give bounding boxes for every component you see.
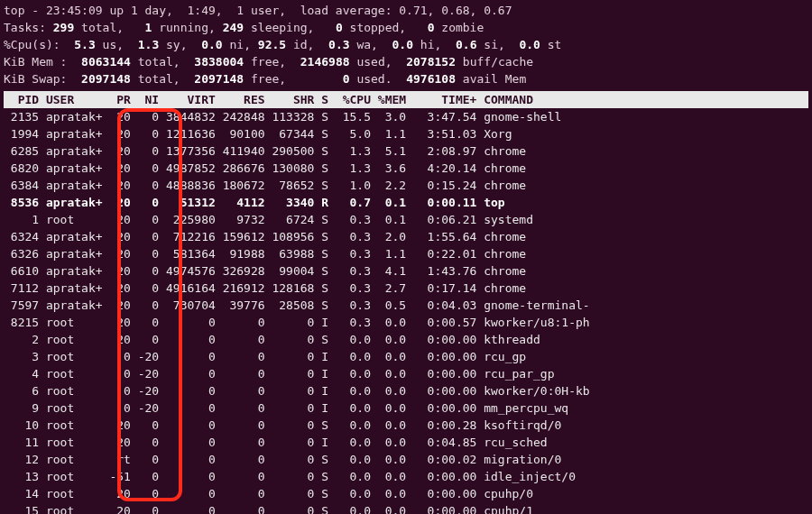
process-row[interactable]: 13 root -51 0 0 0 0 S 0.0 0.0 0:00.00 id… <box>4 468 808 485</box>
process-row[interactable]: 2135 apratak+ 20 0 3844832 242848 113328… <box>4 108 808 125</box>
process-row[interactable]: 12 root rt 0 0 0 0 S 0.0 0.0 0:00.02 mig… <box>4 451 808 468</box>
process-row[interactable]: 4 root 0 -20 0 0 0 I 0.0 0.0 0:00.00 rcu… <box>4 365 808 382</box>
process-row[interactable]: 8215 root 20 0 0 0 0 I 0.3 0.0 0:00.57 k… <box>4 314 808 331</box>
summary-line-cpu: %Cpu(s): 5.3 us, 1.3 sy, 0.0 ni, 92.5 id… <box>4 36 808 53</box>
process-row[interactable]: 6324 apratak+ 20 0 712216 159612 108956 … <box>4 228 808 245</box>
process-row[interactable]: 6820 apratak+ 20 0 4987852 286676 130080… <box>4 160 808 177</box>
process-row[interactable]: 14 root 20 0 0 0 0 S 0.0 0.0 0:00.00 cpu… <box>4 485 808 502</box>
summary-line-uptime: top - 23:45:09 up 1 day, 1:49, 1 user, l… <box>4 2 808 19</box>
process-row[interactable]: 6 root 0 -20 0 0 0 I 0.0 0.0 0:00.00 kwo… <box>4 382 808 399</box>
summary-line-swap: KiB Swap: 2097148 total, 2097148 free, 0… <box>4 70 808 87</box>
process-row[interactable]: 6285 apratak+ 20 0 1377356 411940 290500… <box>4 142 808 160</box>
process-row[interactable]: 7112 apratak+ 20 0 4916164 216912 128168… <box>4 280 808 297</box>
summary-line-tasks: Tasks: 299 total, 1 running, 249 sleepin… <box>4 19 808 36</box>
process-row[interactable]: 2 root 20 0 0 0 0 S 0.0 0.0 0:00.00 kthr… <box>4 331 808 348</box>
process-row[interactable]: 1 root 20 0 225980 9732 6724 S 0.3 0.1 0… <box>4 211 808 228</box>
process-row[interactable]: 10 root 20 0 0 0 0 S 0.0 0.0 0:00.28 kso… <box>4 417 808 434</box>
process-row[interactable]: 15 root 20 0 0 0 0 S 0.0 0.0 0:00.00 cpu… <box>4 502 808 514</box>
process-row[interactable]: 6610 apratak+ 20 0 4974576 326928 99004 … <box>4 262 808 280</box>
process-row[interactable]: 1994 apratak+ 20 0 1211636 90100 67344 S… <box>4 125 808 142</box>
process-row[interactable]: 6326 apratak+ 20 0 581364 91988 63988 S … <box>4 245 808 262</box>
summary-line-mem: KiB Mem : 8063144 total, 3838004 free, 2… <box>4 53 808 70</box>
process-row[interactable]: 11 root 20 0 0 0 0 I 0.0 0.0 0:04.85 rcu… <box>4 434 808 451</box>
process-row[interactable]: 9 root 0 -20 0 0 0 I 0.0 0.0 0:00.00 mm_… <box>4 399 808 417</box>
column-headers[interactable]: PID USER PR NI VIRT RES SHR S %CPU %MEM … <box>4 91 808 108</box>
process-list: 2135 apratak+ 20 0 3844832 242848 113328… <box>4 108 808 514</box>
process-row[interactable]: 8536 apratak+ 20 0 51312 4112 3340 R 0.7… <box>4 194 808 211</box>
process-row[interactable]: 3 root 0 -20 0 0 0 I 0.0 0.0 0:00.00 rcu… <box>4 348 808 365</box>
process-row[interactable]: 6384 apratak+ 20 0 4888836 180672 78652 … <box>4 177 808 194</box>
process-row[interactable]: 7597 apratak+ 20 0 730704 39776 28508 S … <box>4 297 808 314</box>
